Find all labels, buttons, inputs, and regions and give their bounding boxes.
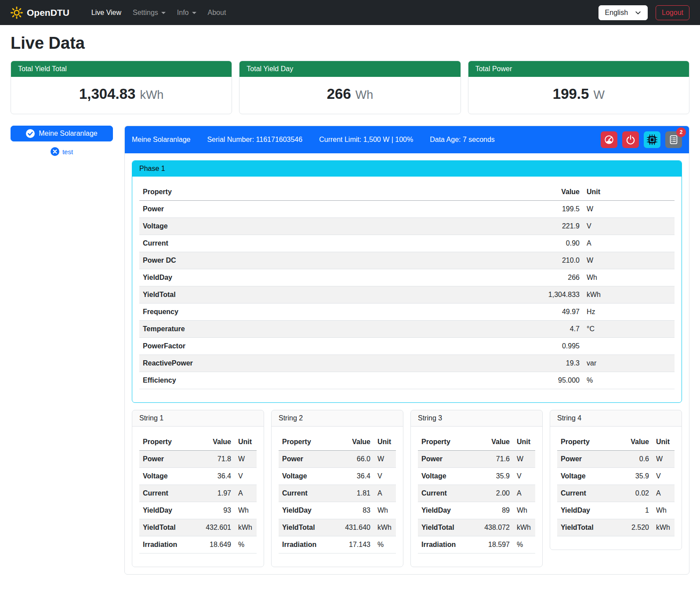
property-cell: Current <box>139 485 200 502</box>
table-row: Frequency 49.97 Hz <box>139 304 675 321</box>
property-cell: Frequency <box>139 304 517 321</box>
card-title: Total Power <box>468 61 689 77</box>
nav-item-live-view[interactable]: Live View <box>91 9 121 17</box>
property-cell: YieldTotal <box>418 519 479 536</box>
table-row: Voltage 221.9 V <box>139 218 675 235</box>
table-row: Current 2.00 A <box>418 485 535 502</box>
unit-cell: W <box>583 252 675 269</box>
column-header-property: Property <box>418 434 479 451</box>
property-cell: Power <box>279 451 340 468</box>
property-cell: Power <box>139 201 517 218</box>
table-row: YieldDay 266 Wh <box>139 269 675 286</box>
brand[interactable]: OpenDTU <box>11 7 69 19</box>
device-info-button[interactable] <box>644 131 660 148</box>
power-control-button[interactable] <box>622 131 639 148</box>
value-cell: 1 <box>618 502 653 519</box>
unit-cell: kWh <box>235 519 257 536</box>
table-row: Power 71.8 W <box>139 451 257 468</box>
unit-cell: Wh <box>653 502 675 519</box>
unit-cell: W <box>583 201 675 218</box>
property-cell: YieldDay <box>139 502 200 519</box>
nav-item-info[interactable]: Info <box>177 9 196 17</box>
inverter-button-test[interactable]: test <box>51 147 73 156</box>
table-row: YieldTotal 431.640 kWh <box>279 519 396 536</box>
nav-item-about[interactable]: About <box>208 9 226 17</box>
inverter-button-meine-solaranlage[interactable]: Meine Solaranlage <box>11 126 113 141</box>
unit-cell: W <box>235 451 257 468</box>
string-4-title: String 4 <box>550 410 682 427</box>
value-cell: 36.4 <box>340 468 374 485</box>
journal-icon <box>669 135 678 145</box>
table-row: Current 0.90 A <box>139 235 675 252</box>
property-cell: YieldDay <box>557 502 618 519</box>
property-cell: YieldDay <box>139 269 517 286</box>
navbar-right: English Logout <box>598 5 689 20</box>
value-cell: 35.9 <box>618 468 653 485</box>
property-cell: Voltage <box>279 468 340 485</box>
column-header-unit: Unit <box>374 434 396 451</box>
column-header-unit: Unit <box>583 184 675 201</box>
string-2-table: Property Value Unit Power <box>279 434 396 554</box>
power-icon <box>626 135 635 145</box>
unit-cell: V <box>653 468 675 485</box>
chevron-down-icon <box>161 12 166 14</box>
unit-cell: Hz <box>583 304 675 321</box>
language-selected-value: English <box>605 9 628 17</box>
table-row: PowerFactor 0.995 <box>139 338 675 355</box>
unit-cell: W <box>513 451 535 468</box>
unit-cell: W <box>653 451 675 468</box>
column-header-value: Value <box>479 434 513 451</box>
value-cell: 0.6 <box>618 451 653 468</box>
unit-cell: Wh <box>235 502 257 519</box>
value-cell: 431.640 <box>340 519 374 536</box>
property-cell: Power <box>557 451 618 468</box>
property-cell: Irradiation <box>418 536 479 554</box>
property-cell: Voltage <box>139 218 517 235</box>
unit-cell: kWh <box>513 519 535 536</box>
inverter-toolbar: 2 <box>601 131 682 148</box>
unit-cell: Wh <box>513 502 535 519</box>
table-row: Power 199.5 W <box>139 201 675 218</box>
value-cell: 93 <box>200 502 235 519</box>
property-cell: YieldTotal <box>279 519 340 536</box>
nav-item-settings[interactable]: Settings <box>133 9 166 17</box>
table-row: Efficiency 95.000 % <box>139 372 675 389</box>
table-row: YieldTotal 432.601 kWh <box>139 519 257 536</box>
value-cell: 1,304.833 <box>517 286 583 304</box>
column-header-value: Value <box>618 434 653 451</box>
table-row: Irradiation 18.597 % <box>418 536 535 554</box>
card-title: Total Yield Day <box>239 61 460 77</box>
unit-cell: V <box>374 468 396 485</box>
property-cell: Power DC <box>139 252 517 269</box>
total-yield-total-card: Total Yield Total 1,304.83 kWh <box>11 61 232 114</box>
total-yield-day-card: Total Yield Day 266 Wh <box>239 61 461 114</box>
language-select[interactable]: English <box>598 5 648 20</box>
unit-cell: kWh <box>653 519 675 536</box>
column-header-value: Value <box>517 184 583 201</box>
value-cell: 199.5 <box>517 201 583 218</box>
value-cell: 221.9 <box>517 218 583 235</box>
unit-cell: V <box>235 468 257 485</box>
total-yield-total-unit: kWh <box>140 88 163 102</box>
unit-cell: var <box>583 355 675 372</box>
column-header-unit: Unit <box>653 434 675 451</box>
limit-settings-button[interactable] <box>601 131 617 148</box>
value-cell: 18.597 <box>479 536 513 554</box>
event-log-button[interactable]: 2 <box>665 131 682 148</box>
table-row: Current 1.81 A <box>279 485 396 502</box>
string-2-card: String 2 Property Value Unit <box>271 410 403 567</box>
value-cell: 438.072 <box>479 519 513 536</box>
unit-cell: A <box>653 485 675 502</box>
unit-cell: % <box>513 536 535 554</box>
inverter-current-limit: Current Limit: 1,500 W | 100% <box>319 136 413 144</box>
logout-button[interactable]: Logout <box>656 5 689 20</box>
value-cell: 71.6 <box>479 451 513 468</box>
table-row: Temperature 4.7 °C <box>139 321 675 338</box>
value-cell: 0.02 <box>618 485 653 502</box>
value-cell: 210.0 <box>517 252 583 269</box>
inverter-panel-body: Phase 1 Property Value Unit <box>125 153 689 574</box>
property-cell: YieldTotal <box>139 519 200 536</box>
value-cell: 1.97 <box>200 485 235 502</box>
summary-cards-row: Total Yield Total 1,304.83 kWh Total Yie… <box>11 61 689 114</box>
unit-cell: V <box>583 218 675 235</box>
